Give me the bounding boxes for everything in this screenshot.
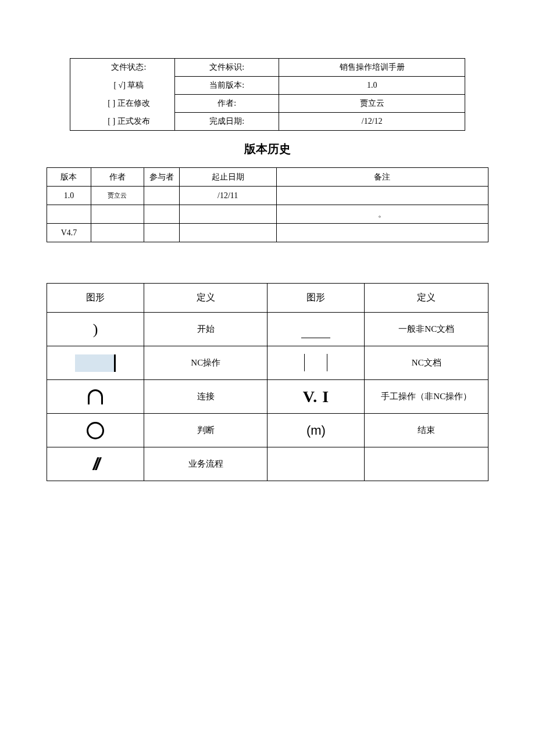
table-row: 。: [47, 205, 488, 224]
table-row: V4.7: [47, 224, 488, 242]
date-value: /12/12: [279, 113, 465, 131]
table-row: NC操作 NC文档: [47, 346, 488, 380]
table-row: 连接 V. I 手工操作（非NC操作）: [47, 380, 488, 414]
definition-nc-doc: NC文档: [365, 346, 488, 380]
table-row: ) 开始 一般非NC文档: [47, 313, 488, 346]
header-version: 版本: [47, 168, 91, 187]
document-meta-table: 文件状态: 文件标识: 销售操作培训手册 [ √] 草稿 当前版本: 1.0 […: [70, 58, 465, 131]
definition-decision: 判断: [144, 414, 268, 447]
definition-non-nc-doc: 一般非NC文档: [365, 313, 488, 346]
header-definition: 定义: [365, 284, 488, 313]
non-nc-document-icon: [268, 313, 365, 346]
cell-date: [179, 224, 276, 242]
cell-participant: [144, 224, 179, 242]
decision-icon: [47, 414, 144, 447]
header-author: 作者: [91, 168, 144, 187]
symbol-legend-table: 图形 定义 图形 定义 ) 开始 一般非NC文档 NC操作 NC文档 连接 V.…: [47, 283, 488, 481]
cell-participant: [144, 187, 179, 205]
cell-remark: [276, 224, 488, 242]
cell-author: 贾立云: [91, 187, 144, 205]
definition-nc-operation: NC操作: [144, 346, 268, 380]
version-history-title: 版本历史: [47, 141, 488, 157]
header-shape: 图形: [47, 284, 144, 313]
definition-manual-op: 手工操作（非NC操作）: [365, 380, 488, 414]
cell-participant: [144, 205, 179, 224]
cell-version: 1.0: [47, 187, 91, 205]
cell-version: V4.7: [47, 224, 91, 242]
date-label: 完成日期:: [174, 113, 279, 131]
header-shape: 图形: [268, 284, 365, 313]
cell-author: [91, 205, 144, 224]
table-row: 判断 (m) 结束: [47, 414, 488, 447]
definition-end: 结束: [365, 414, 488, 447]
cell-version: [47, 205, 91, 224]
cell-remark: [276, 187, 488, 205]
header-remark: 备注: [276, 168, 488, 187]
connector-icon: [47, 380, 144, 414]
definition-process-flow: 业务流程: [144, 447, 268, 481]
empty-def-cell: [365, 447, 488, 481]
nc-operation-icon: [47, 346, 144, 380]
header-participant: 参与者: [144, 168, 179, 187]
cell-date: /12/11: [179, 187, 276, 205]
author-value: 贾立云: [279, 95, 465, 113]
file-id-value: 销售操作培训手册: [279, 59, 465, 77]
cell-author: [91, 224, 144, 242]
table-header-row: 版本 作者 参与者 起止日期 备注: [47, 168, 488, 187]
version-label: 当前版本:: [174, 77, 279, 95]
process-flow-icon: //: [47, 447, 144, 481]
author-label: 作者:: [174, 95, 279, 113]
nc-document-icon: [268, 346, 365, 380]
end-shape-icon: (m): [268, 414, 365, 447]
empty-shape-cell: [268, 447, 365, 481]
cell-date: [179, 205, 276, 224]
version-value: 1.0: [279, 77, 465, 95]
definition-start: 开始: [144, 313, 268, 346]
status-published: [ ] 正式发布: [70, 113, 175, 131]
manual-operation-icon: V. I: [268, 380, 365, 414]
table-row: // 业务流程: [47, 447, 488, 481]
header-definition: 定义: [144, 284, 268, 313]
table-row: 1.0 贾立云 /12/11: [47, 187, 488, 205]
table-header-row: 图形 定义 图形 定义: [47, 284, 488, 313]
definition-connector: 连接: [144, 380, 268, 414]
cell-remark: 。: [276, 205, 488, 224]
file-status-label: 文件状态:: [70, 59, 175, 77]
status-draft: [ √] 草稿: [70, 77, 175, 95]
file-id-label: 文件标识:: [174, 59, 279, 77]
header-date: 起止日期: [179, 168, 276, 187]
status-modifying: [ ] 正在修改: [70, 95, 175, 113]
start-shape-icon: ): [47, 313, 144, 346]
version-history-table: 版本 作者 参与者 起止日期 备注 1.0 贾立云 /12/11 。 V4.7: [47, 167, 488, 242]
